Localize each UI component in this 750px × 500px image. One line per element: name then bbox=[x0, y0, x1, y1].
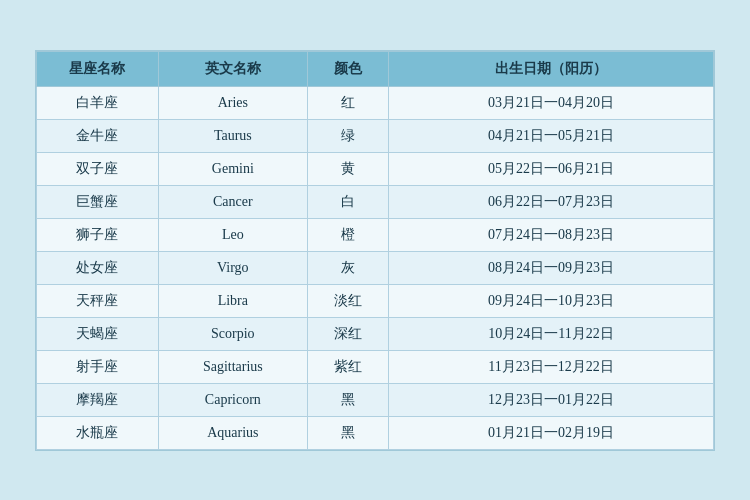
cell-color: 绿 bbox=[307, 119, 388, 152]
table-row: 巨蟹座Cancer白06月22日一07月23日 bbox=[37, 185, 714, 218]
table-row: 天蝎座Scorpio深红10月24日一11月22日 bbox=[37, 317, 714, 350]
table-row: 白羊座Aries红03月21日一04月20日 bbox=[37, 86, 714, 119]
table-row: 双子座Gemini黄05月22日一06月21日 bbox=[37, 152, 714, 185]
cell-chinese: 天秤座 bbox=[37, 284, 159, 317]
table-header-row: 星座名称 英文名称 颜色 出生日期（阳历） bbox=[37, 51, 714, 86]
table-row: 摩羯座Capricorn黑12月23日一01月22日 bbox=[37, 383, 714, 416]
cell-chinese: 水瓶座 bbox=[37, 416, 159, 449]
cell-english: Taurus bbox=[158, 119, 307, 152]
cell-chinese: 巨蟹座 bbox=[37, 185, 159, 218]
cell-english: Cancer bbox=[158, 185, 307, 218]
table-row: 狮子座Leo橙07月24日一08月23日 bbox=[37, 218, 714, 251]
zodiac-table: 星座名称 英文名称 颜色 出生日期（阳历） 白羊座Aries红03月21日一04… bbox=[36, 51, 714, 450]
cell-color: 灰 bbox=[307, 251, 388, 284]
cell-color: 白 bbox=[307, 185, 388, 218]
cell-english: Gemini bbox=[158, 152, 307, 185]
cell-english: Virgo bbox=[158, 251, 307, 284]
cell-color: 深红 bbox=[307, 317, 388, 350]
cell-chinese: 狮子座 bbox=[37, 218, 159, 251]
cell-chinese: 金牛座 bbox=[37, 119, 159, 152]
header-chinese-name: 星座名称 bbox=[37, 51, 159, 86]
cell-color: 橙 bbox=[307, 218, 388, 251]
cell-english: Leo bbox=[158, 218, 307, 251]
cell-color: 黄 bbox=[307, 152, 388, 185]
cell-date: 11月23日一12月22日 bbox=[389, 350, 714, 383]
cell-chinese: 摩羯座 bbox=[37, 383, 159, 416]
cell-date: 01月21日一02月19日 bbox=[389, 416, 714, 449]
cell-color: 淡红 bbox=[307, 284, 388, 317]
cell-date: 03月21日一04月20日 bbox=[389, 86, 714, 119]
header-color: 颜色 bbox=[307, 51, 388, 86]
cell-english: Sagittarius bbox=[158, 350, 307, 383]
zodiac-table-container: 星座名称 英文名称 颜色 出生日期（阳历） 白羊座Aries红03月21日一04… bbox=[35, 50, 715, 451]
cell-color: 黑 bbox=[307, 383, 388, 416]
cell-date: 07月24日一08月23日 bbox=[389, 218, 714, 251]
cell-english: Aries bbox=[158, 86, 307, 119]
cell-chinese: 处女座 bbox=[37, 251, 159, 284]
header-english-name: 英文名称 bbox=[158, 51, 307, 86]
cell-color: 红 bbox=[307, 86, 388, 119]
cell-date: 09月24日一10月23日 bbox=[389, 284, 714, 317]
table-row: 射手座Sagittarius紫红11月23日一12月22日 bbox=[37, 350, 714, 383]
cell-date: 10月24日一11月22日 bbox=[389, 317, 714, 350]
cell-english: Scorpio bbox=[158, 317, 307, 350]
table-row: 金牛座Taurus绿04月21日一05月21日 bbox=[37, 119, 714, 152]
cell-date: 05月22日一06月21日 bbox=[389, 152, 714, 185]
cell-date: 04月21日一05月21日 bbox=[389, 119, 714, 152]
header-date: 出生日期（阳历） bbox=[389, 51, 714, 86]
cell-english: Capricorn bbox=[158, 383, 307, 416]
table-row: 水瓶座Aquarius黑01月21日一02月19日 bbox=[37, 416, 714, 449]
cell-color: 黑 bbox=[307, 416, 388, 449]
cell-chinese: 双子座 bbox=[37, 152, 159, 185]
cell-date: 06月22日一07月23日 bbox=[389, 185, 714, 218]
cell-chinese: 射手座 bbox=[37, 350, 159, 383]
cell-date: 08月24日一09月23日 bbox=[389, 251, 714, 284]
cell-color: 紫红 bbox=[307, 350, 388, 383]
cell-chinese: 天蝎座 bbox=[37, 317, 159, 350]
cell-english: Aquarius bbox=[158, 416, 307, 449]
cell-date: 12月23日一01月22日 bbox=[389, 383, 714, 416]
table-row: 天秤座Libra淡红09月24日一10月23日 bbox=[37, 284, 714, 317]
cell-english: Libra bbox=[158, 284, 307, 317]
table-row: 处女座Virgo灰08月24日一09月23日 bbox=[37, 251, 714, 284]
cell-chinese: 白羊座 bbox=[37, 86, 159, 119]
